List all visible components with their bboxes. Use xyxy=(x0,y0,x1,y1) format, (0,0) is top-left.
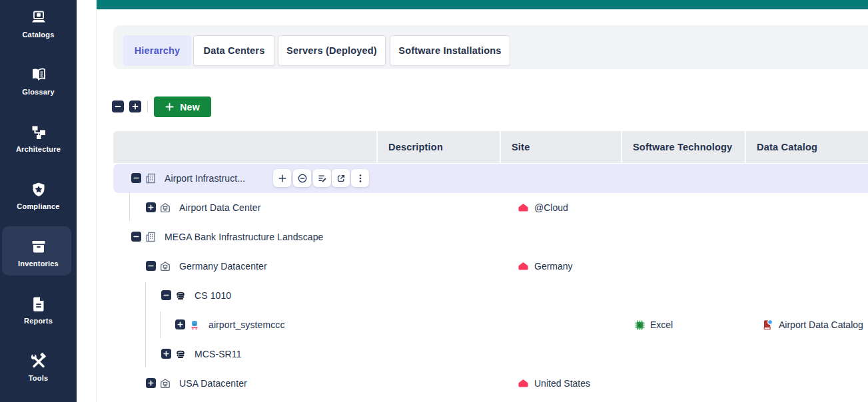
sidebar-item-label: Reports xyxy=(0,317,77,325)
table-row[interactable]: airport_systemccc Excel Airport Data Cat… xyxy=(113,310,868,339)
landscape-building-icon xyxy=(145,172,157,184)
data-catalog-icon xyxy=(761,319,773,331)
tab-hierarchy[interactable]: Hierarchy xyxy=(123,35,191,66)
column-header-software-technology[interactable]: Software Technology xyxy=(633,131,732,163)
technology-chip-icon xyxy=(635,320,645,330)
software-technology-cell: Excel xyxy=(635,310,673,339)
server-icon xyxy=(175,290,187,302)
expand-node-button[interactable] xyxy=(161,349,171,359)
tab-label: Servers (Deployed) xyxy=(286,45,377,56)
table-row[interactable]: MCS-SR11 xyxy=(113,339,868,369)
sidebar-item-label: Tools xyxy=(0,374,77,382)
table-header: Description Site Software Technology Dat… xyxy=(113,131,868,163)
inventories-icon xyxy=(0,237,77,257)
datacenter-icon xyxy=(159,202,171,214)
plus-icon xyxy=(132,103,139,110)
landscape-building-icon xyxy=(145,231,157,243)
minus-icon xyxy=(115,103,121,110)
kebab-menu-icon xyxy=(355,173,366,184)
column-divider xyxy=(621,131,622,163)
glossary-icon xyxy=(0,65,77,85)
site-value: United States xyxy=(534,378,590,389)
table-row[interactable]: MEGA Bank Infrastructure Landscape xyxy=(113,222,868,252)
content-left-divider xyxy=(96,0,97,402)
plus-icon xyxy=(163,351,169,357)
add-button[interactable] xyxy=(273,169,291,187)
collapse-node-button[interactable] xyxy=(131,173,141,183)
table-row[interactable]: CS 1010 xyxy=(113,281,868,310)
edit-list-button[interactable] xyxy=(313,169,331,187)
expand-node-button[interactable] xyxy=(175,319,185,329)
sidebar-item-compliance[interactable]: Compliance xyxy=(0,180,77,210)
sidebar-item-tools[interactable]: Tools xyxy=(0,351,77,382)
row-name: USA Datacenter xyxy=(179,369,247,398)
tab-data-centers[interactable]: Data Centers xyxy=(193,35,275,66)
data-catalog-value: Airport Data Catalog xyxy=(779,319,863,330)
row-name: CS 1010 xyxy=(195,281,231,310)
plus-icon xyxy=(148,380,154,386)
software-instance-icon xyxy=(189,319,201,331)
collapse-node-button[interactable] xyxy=(131,232,141,242)
column-divider xyxy=(376,131,378,163)
site-value: @Cloud xyxy=(534,202,568,213)
minus-icon xyxy=(133,175,139,181)
collapse-node-button[interactable] xyxy=(146,261,156,271)
plus-icon xyxy=(177,321,183,327)
sidebar-item-reports[interactable]: Reports xyxy=(0,294,77,325)
new-button-label: New xyxy=(180,102,200,112)
expand-all-button[interactable] xyxy=(129,100,141,112)
table-row[interactable]: USA Datacenter United States xyxy=(113,369,868,398)
new-button[interactable]: New xyxy=(154,97,211,117)
remove-button[interactable] xyxy=(293,169,311,187)
minus-icon xyxy=(163,292,169,298)
sidebar-item-catalogs[interactable]: Catalogs xyxy=(0,8,77,39)
row-name: MEGA Bank Infrastructure Landscape xyxy=(165,222,323,252)
tab-label: Data Centers xyxy=(204,45,265,56)
row-name: airport_systemccc xyxy=(209,310,285,339)
sidebar: Catalogs Glossary Architecture Complianc… xyxy=(0,0,77,402)
tab-servers-deployed[interactable]: Servers (Deployed) xyxy=(278,35,386,66)
expand-node-button[interactable] xyxy=(146,378,156,388)
site-icon xyxy=(518,379,529,388)
column-header-data-catalog[interactable]: Data Catalog xyxy=(757,131,817,163)
toolbar-divider xyxy=(147,100,148,112)
column-header-site[interactable]: Site xyxy=(512,131,530,163)
site-icon xyxy=(518,262,529,271)
table-row[interactable]: Germany Datacenter Germany xyxy=(113,252,868,281)
sidebar-item-label: Architecture xyxy=(0,145,77,153)
column-header-description[interactable]: Description xyxy=(388,131,443,163)
tab-label: Hierarchy xyxy=(135,45,181,56)
tab-software-installations[interactable]: Software Installations xyxy=(390,35,510,66)
open-in-new-button[interactable] xyxy=(332,169,350,187)
table-row[interactable]: Airport Data Center @Cloud xyxy=(113,193,868,222)
sidebar-item-architecture[interactable]: Architecture xyxy=(0,122,77,153)
more-actions-button[interactable] xyxy=(351,169,369,187)
circle-minus-icon xyxy=(297,173,308,184)
plus-icon xyxy=(165,102,174,111)
datacenter-icon xyxy=(159,377,171,389)
table-row[interactable]: Airport Infrastruct... xyxy=(113,164,868,193)
sidebar-item-glossary[interactable]: Glossary xyxy=(0,65,77,96)
top-accent-bar xyxy=(97,0,868,9)
sidebar-item-inventories[interactable]: Inventories xyxy=(0,237,77,268)
tab-label: Software Installations xyxy=(398,45,501,56)
row-name: MCS-SR11 xyxy=(195,339,242,369)
datacenter-icon xyxy=(159,260,171,272)
collapse-node-button[interactable] xyxy=(161,290,171,300)
minus-icon xyxy=(133,234,139,240)
tab-bar: Hierarchy Data Centers Servers (Deployed… xyxy=(113,25,868,69)
server-icon xyxy=(175,348,187,360)
site-cell: United States xyxy=(518,369,590,398)
compliance-icon xyxy=(0,180,77,200)
row-name: Airport Data Center xyxy=(179,193,261,222)
collapse-all-button[interactable] xyxy=(112,100,124,112)
tools-icon xyxy=(0,351,77,371)
catalogs-icon xyxy=(0,8,77,28)
site-value: Germany xyxy=(534,261,573,272)
row-name: Airport Infrastruct... xyxy=(165,164,245,193)
expand-node-button[interactable] xyxy=(146,202,156,212)
data-catalog-cell: Airport Data Catalog xyxy=(761,310,863,339)
column-divider xyxy=(500,131,501,163)
plus-icon xyxy=(148,204,154,210)
sidebar-item-label: Catalogs xyxy=(0,31,77,39)
